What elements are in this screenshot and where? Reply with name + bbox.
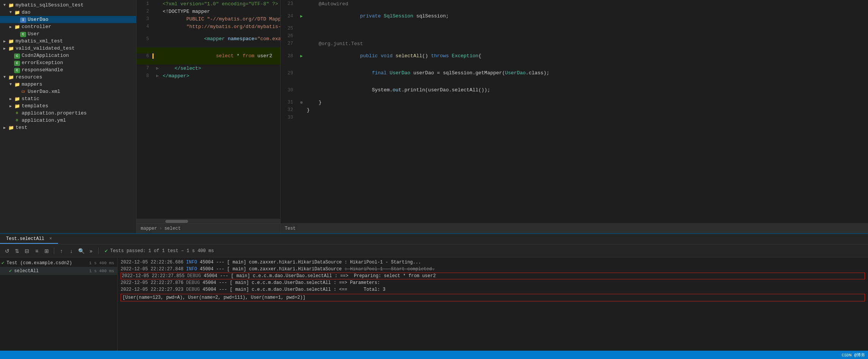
line-code: select * from user2 [161,47,280,64]
chevron-right-icon: ▶ [8,25,14,29]
chevron-down-icon: ▼ [2,3,8,7]
sidebar-item-mybatis-sqlsession[interactable]: ▼ 📁 mybatis_sqlSession_test [0,2,136,9]
chevron-down-icon: ▼ [8,10,14,14]
folder-icon: 📁 [14,24,20,30]
sidebar-item-userdao-xml[interactable]: 🗂 UserDao.xml [0,88,136,95]
line-code: <!DOCTYPE mapper [161,9,280,14]
class-icon: C [14,67,20,73]
sidebar-item-csdn2app[interactable]: C Csdn2Application [0,52,136,59]
toolbar-separator [54,248,54,254]
code-line-26: 26 [281,32,868,40]
sidebar-label: UserDao.xml [28,89,60,94]
log-timestamp: 2022-12-05 22:22:27.923 [121,287,186,292]
result-output-box: [User(name=123, pwd=A), User(name=2, pwd… [121,294,865,301]
horizontal-scrollbar[interactable] [137,219,280,223]
line-number: 5 [137,36,154,42]
test-method-name: selectAll [14,268,86,274]
expand-button[interactable]: ⊞ [42,247,51,255]
tab-close-btn[interactable]: × [49,236,52,241]
log-thread: main] [235,287,251,292]
sidebar-item-controller[interactable]: ▶ 📁 controller [0,23,136,30]
test-class-time: 1 s 400 ms [89,261,114,265]
sidebar-item-dao[interactable]: ▼ 📁 dao [0,9,136,16]
code-panels: 1 <?xml version="1.0" encoding="UTF-8" ?… [137,0,868,233]
line-code: @Autowired [305,1,868,7]
check-icon: ✔ [105,248,108,254]
code-line-24: 24 ▶ private SqlSession sqlSession; [281,8,868,25]
folder-icon: 📁 [8,125,14,130]
sidebar-item-templates[interactable]: ▶ 📁 templates [0,102,136,110]
log-src: com.zaxxer.hikari.HikariDataSource [249,260,344,265]
test-item-method[interactable]: ✔ selectAll 1 s 400 ms [0,267,117,275]
chevron-right-icon: ▶ [2,125,8,130]
log-thread: main] [236,273,253,279]
sidebar-item-static[interactable]: ▶ 📁 static [0,95,136,102]
code-line-28: 28 ▶ public void selectAll() throws Exce… [281,47,868,64]
class-icon: C [20,31,27,37]
sidebar-item-app-yml[interactable]: ⚙ application.yml [0,117,136,124]
line-code: PUBLIC "-//mybatis.org//DTD Mapper 3.0//… [161,16,280,22]
sidebar-item-userdao[interactable]: I UserDao [0,16,136,23]
log-line-5: 2022-12-05 22:22:27.923 DEBUG 45004 --- … [121,286,865,293]
bottom-panel: Test.selectAll × ↺ ⇅ ⊟ ≡ ⊞ ↑ ↓ 🔍 » ✔ Tes… [0,233,868,351]
log-msg: : HikariPool-1 - Starting... [345,260,421,265]
log-line-1: 2022-12-05 22:22:26.686 INFO 45004 --- [… [121,259,865,266]
sidebar-item-response[interactable]: C responseHandle [0,66,136,74]
log-pid: 45004 --- [ [204,273,236,279]
next-button[interactable]: ↓ [67,247,75,255]
sidebar-item-mappers[interactable]: ▼ 📁 mappers [0,81,136,88]
status-right-label: CSDN @博夯 [841,352,865,358]
pass-icon: ✔ [9,268,12,274]
line-code: System.out.println(userDao.selectAll()); [305,82,868,99]
rerun-button[interactable]: ↺ [3,247,11,255]
sidebar-item-resources[interactable]: ▼ 📁 resources [0,74,136,81]
line-number: 4 [137,24,154,29]
log-level: DEBUG [187,273,204,279]
line-gutter: ▶ [298,53,305,58]
log-pid: 45004 --- [ [200,260,232,265]
sidebar-item-valid[interactable]: ▶ 📁 valid_validated_test [0,45,136,52]
filter-button[interactable]: ⊟ [23,247,31,255]
log-src: com.zaxxer.hikari.HikariDataSource [249,267,344,272]
log-line-4: 2022-12-05 22:22:27.876 DEBUG 45004 --- … [121,279,865,286]
sidebar-label: resources [16,74,42,80]
more-button[interactable]: » [87,247,95,255]
line-number: 31 [281,100,298,105]
sidebar-item-user[interactable]: C User [0,30,136,38]
sidebar-item-error[interactable]: C errorException [0,59,136,66]
sidebar-item-app-properties[interactable]: ⚙ application.properties [0,110,136,117]
prev-button[interactable]: ↑ [57,247,66,255]
sidebar-label: mybatis_sqlSession_test [16,2,83,8]
test-log-panel[interactable]: 2022-12-05 22:22:26.686 INFO 45004 --- [… [118,257,868,351]
sidebar-label: application.yml [22,118,66,123]
sidebar-label: dao [22,9,30,15]
breadcrumb-sep: › [159,226,162,231]
test-item-class[interactable]: ✔ Test (com.example.csdn2) 1 s 400 ms [0,259,117,267]
scroll-thumb[interactable] [165,220,188,223]
log-msg: : HikariPool-1 - Start completed. [345,267,435,272]
folder-icon: 📁 [14,103,20,109]
sidebar-label: mappers [22,82,42,87]
test-run-tab[interactable]: Test.selectAll × [0,235,58,244]
search-button[interactable]: 🔍 [77,247,85,255]
xml-code-content[interactable]: 1 <?xml version="1.0" encoding="UTF-8" ?… [137,0,280,219]
file-tree-sidebar: ▼ 📁 mybatis_sqlSession_test ▼ 📁 dao I Us… [0,0,137,233]
sort-button[interactable]: ⇅ [13,247,21,255]
code-line-30: 30 System.out.println(userDao.selectAll(… [281,82,868,99]
code-line-8: 8 ▷ </mapper> [137,72,280,80]
properties-icon: ⚙ [14,111,20,116]
chevron-right-icon: ▶ [8,104,14,108]
sidebar-item-test[interactable]: ▶ 📁 test [0,124,136,131]
folder-icon: 📁 [14,10,20,15]
log-pid: 45004 --- [ [200,267,232,272]
sidebar-label: valid_validated_test [16,45,75,51]
collapse-button[interactable]: ≡ [33,247,41,255]
code-line-4: 4 "http://mybatis.org/dtd/mybatis-3-mapp… [137,23,280,30]
sidebar-item-mybatis-xml[interactable]: ▶ 📁 mybatis_xml_test [0,38,136,45]
line-code: <mapper namespace="com.example.csdn2.dao… [161,30,280,47]
line-code: private SqlSession sqlSession; [305,8,868,25]
java-code-content[interactable]: 23 @Autowired 24 ▶ private SqlSession sq… [281,0,868,223]
log-thread: main] [232,267,249,272]
log-level: INFO [186,260,200,265]
sidebar-label: UserDao [28,17,49,22]
